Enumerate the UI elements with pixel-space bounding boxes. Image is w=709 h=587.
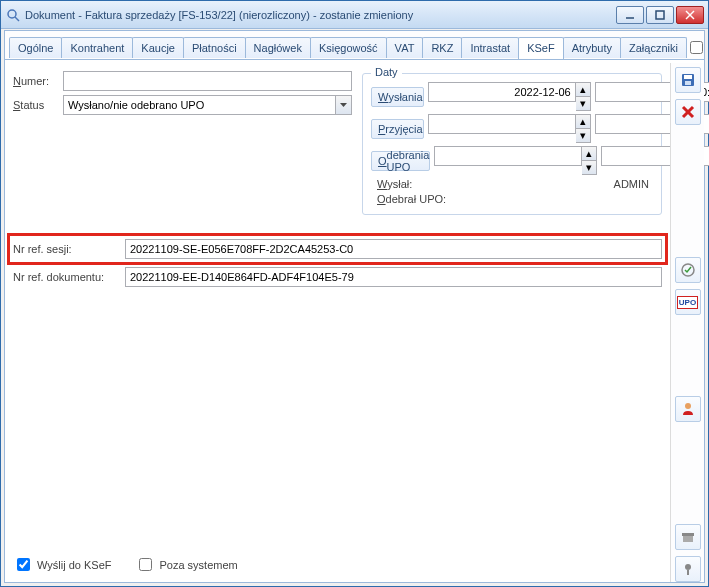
spin-down[interactable]: ▾ xyxy=(576,96,591,111)
tab-rkz[interactable]: RKZ xyxy=(422,37,462,58)
close-button[interactable] xyxy=(676,6,704,24)
przyjecia-button[interactable]: Przyjęcia xyxy=(371,119,424,139)
ref-dokumentu-input[interactable] xyxy=(125,267,662,287)
client-area: Ogólne Kontrahent Kaucje Płatności Nagłó… xyxy=(4,30,705,583)
wyslij-ksef-input[interactable] xyxy=(17,558,30,571)
wyslal-label: Wysłał: xyxy=(371,178,457,190)
spin-down[interactable]: ▾ xyxy=(582,160,597,175)
spin-up[interactable]: ▴ xyxy=(582,146,597,160)
dobufora-input[interactable] xyxy=(690,41,703,54)
bottom-checks: Wyślij do KSeF Poza systemem xyxy=(13,555,238,574)
svg-point-13 xyxy=(685,403,691,409)
ref-sesji-input[interactable] xyxy=(125,239,662,259)
svg-rect-14 xyxy=(682,533,694,536)
svg-point-16 xyxy=(685,564,691,570)
wyslij-ksef-label: Wyślij do KSeF xyxy=(37,559,111,571)
content-panel: Numer: Status Daty xyxy=(5,63,670,582)
wyslij-ksef-checkbox[interactable]: Wyślij do KSeF xyxy=(13,555,111,574)
ref-section: Nr ref. sesji: Nr ref. dokumentu: xyxy=(13,233,662,287)
poza-systemem-input[interactable] xyxy=(139,558,152,571)
odebral-label: Odebrał UPO: xyxy=(371,193,457,205)
svg-line-1 xyxy=(15,17,19,21)
tab-intrastat[interactable]: Intrastat xyxy=(461,37,519,58)
numer-label: Numer: xyxy=(13,75,63,87)
tab-naglowek[interactable]: Nagłówek xyxy=(245,37,311,58)
svg-rect-3 xyxy=(656,11,664,19)
status-label: Status xyxy=(13,99,63,111)
check-icon[interactable] xyxy=(675,257,701,283)
tab-atrybuty[interactable]: Atrybuty xyxy=(563,37,621,58)
tab-kontrahent[interactable]: Kontrahent xyxy=(61,37,133,58)
svg-rect-9 xyxy=(685,81,691,85)
save-icon[interactable] xyxy=(675,67,701,93)
status-dropdown-button[interactable] xyxy=(335,95,352,115)
poza-systemem-checkbox[interactable]: Poza systemem xyxy=(135,555,237,574)
przyjecia-date[interactable] xyxy=(428,114,576,134)
tab-bar: Ogólne Kontrahent Kaucje Płatności Nagłó… xyxy=(5,31,704,60)
numer-input[interactable] xyxy=(63,71,352,91)
delete-icon[interactable] xyxy=(675,99,701,125)
user-icon[interactable] xyxy=(675,396,701,422)
dobufora-checkbox[interactable]: Do bufora xyxy=(686,35,709,59)
tab-zalaczniki[interactable]: Załączniki xyxy=(620,37,687,58)
archive-icon[interactable] xyxy=(675,524,701,550)
tab-ogolne[interactable]: Ogólne xyxy=(9,37,62,58)
tab-vat[interactable]: VAT xyxy=(386,37,424,58)
spin-up[interactable]: ▴ xyxy=(576,82,591,96)
pin-icon[interactable] xyxy=(675,556,701,582)
window: Dokument - Faktura sprzedaży [FS-153/22]… xyxy=(0,0,709,587)
odebrania-button[interactable]: Odebrania UPO xyxy=(371,151,430,171)
highlight-box: Nr ref. sesji: xyxy=(7,233,668,265)
spin-down[interactable]: ▾ xyxy=(576,128,591,143)
spin-up[interactable]: ▴ xyxy=(576,114,591,128)
window-buttons xyxy=(616,6,704,24)
wyslania-button[interactable]: Wysłania xyxy=(371,87,424,107)
ref-sesji-label: Nr ref. sesji: xyxy=(13,243,125,255)
tab-platnosci[interactable]: Płatności xyxy=(183,37,246,58)
wyslal-value: ADMIN xyxy=(461,178,653,190)
status-input[interactable] xyxy=(63,95,335,115)
daty-legend: Daty xyxy=(371,66,402,78)
svg-point-0 xyxy=(8,10,16,18)
poza-systemem-label: Poza systemem xyxy=(159,559,237,571)
tab-ksef[interactable]: KSeF xyxy=(518,37,564,59)
wyslania-date[interactable] xyxy=(428,82,576,102)
daty-groupbox: Daty Wysłania ▴▾ ▴▾ Przyjęcia ▴▾ ▴▾ Odeb… xyxy=(362,73,662,215)
minimize-button[interactable] xyxy=(616,6,644,24)
tab-kaucje[interactable]: Kaucje xyxy=(132,37,184,58)
odebrania-date[interactable] xyxy=(434,146,582,166)
svg-rect-8 xyxy=(684,75,692,79)
upo-icon[interactable]: UPO xyxy=(675,289,701,315)
window-title: Dokument - Faktura sprzedaży [FS-153/22]… xyxy=(25,9,616,21)
tab-ksiegowosc[interactable]: Księgowość xyxy=(310,37,387,58)
ref-dokumentu-label: Nr ref. dokumentu: xyxy=(13,271,125,283)
document-icon xyxy=(5,7,21,23)
svg-rect-15 xyxy=(683,536,693,542)
svg-marker-6 xyxy=(340,103,347,107)
titlebar: Dokument - Faktura sprzedaży [FS-153/22]… xyxy=(1,1,708,29)
sidebar: UPO xyxy=(670,63,704,582)
maximize-button[interactable] xyxy=(646,6,674,24)
